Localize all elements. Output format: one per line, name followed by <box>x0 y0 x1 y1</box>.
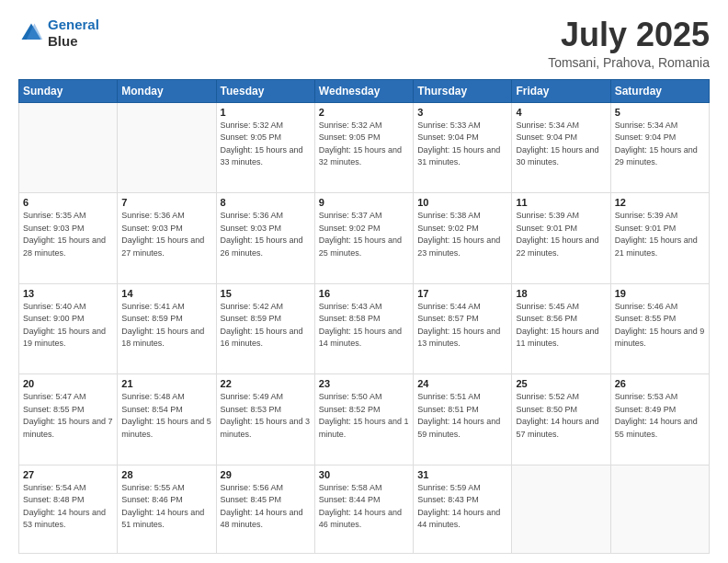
table-row <box>118 102 216 193</box>
day-detail: Sunrise: 5:33 AMSunset: 9:04 PMDaylight:… <box>417 121 500 167</box>
table-row: 13 Sunrise: 5:40 AMSunset: 9:00 PMDaylig… <box>19 283 118 374</box>
logo-blue: Blue <box>48 33 78 49</box>
day-number: 2 <box>319 107 409 118</box>
day-detail: Sunrise: 5:59 AMSunset: 8:43 PMDaylight:… <box>417 483 500 530</box>
day-detail: Sunrise: 5:39 AMSunset: 9:01 PMDaylight:… <box>516 211 598 258</box>
calendar-header-row: Sunday Monday Tuesday Wednesday Thursday… <box>19 79 710 102</box>
calendar-week-row: 6 Sunrise: 5:35 AMSunset: 9:03 PMDayligh… <box>19 193 710 284</box>
day-number: 15 <box>221 288 311 299</box>
col-monday: Monday <box>118 79 216 102</box>
day-detail: Sunrise: 5:58 AMSunset: 8:44 PMDaylight:… <box>319 483 402 530</box>
logo-text: General Blue <box>48 17 99 50</box>
day-detail: Sunrise: 5:47 AMSunset: 8:55 PMDaylight:… <box>23 392 113 439</box>
day-number: 31 <box>417 469 507 480</box>
title-block: July 2025 Tomsani, Prahova, Romania <box>548 17 710 70</box>
day-detail: Sunrise: 5:50 AMSunset: 8:52 PMDaylight:… <box>319 392 409 439</box>
day-detail: Sunrise: 5:55 AMSunset: 8:46 PMDaylight:… <box>121 483 204 530</box>
day-detail: Sunrise: 5:41 AMSunset: 8:59 PMDaylight:… <box>121 302 204 349</box>
day-detail: Sunrise: 5:36 AMSunset: 9:03 PMDaylight:… <box>221 211 303 258</box>
calendar-week-row: 20 Sunrise: 5:47 AMSunset: 8:55 PMDaylig… <box>19 374 710 465</box>
table-row: 29 Sunrise: 5:56 AMSunset: 8:45 PMDaylig… <box>216 465 314 553</box>
header: General Blue July 2025 Tomsani, Prahova,… <box>18 17 710 70</box>
table-row: 21 Sunrise: 5:48 AMSunset: 8:54 PMDaylig… <box>118 374 216 465</box>
day-number: 28 <box>121 469 211 480</box>
table-row: 15 Sunrise: 5:42 AMSunset: 8:59 PMDaylig… <box>216 283 314 374</box>
day-number: 20 <box>23 378 113 389</box>
table-row: 16 Sunrise: 5:43 AMSunset: 8:58 PMDaylig… <box>314 283 413 374</box>
day-detail: Sunrise: 5:40 AMSunset: 9:00 PMDaylight:… <box>23 302 106 349</box>
table-row: 28 Sunrise: 5:55 AMSunset: 8:46 PMDaylig… <box>118 465 216 553</box>
day-number: 23 <box>319 378 409 389</box>
day-detail: Sunrise: 5:48 AMSunset: 8:54 PMDaylight:… <box>121 392 211 439</box>
day-detail: Sunrise: 5:53 AMSunset: 8:49 PMDaylight:… <box>615 392 698 439</box>
table-row: 3 Sunrise: 5:33 AMSunset: 9:04 PMDayligh… <box>414 102 512 193</box>
table-row: 19 Sunrise: 5:46 AMSunset: 8:55 PMDaylig… <box>610 283 709 374</box>
day-number: 5 <box>615 107 705 118</box>
day-detail: Sunrise: 5:34 AMSunset: 9:04 PMDaylight:… <box>615 121 698 167</box>
day-number: 14 <box>121 288 211 299</box>
day-detail: Sunrise: 5:52 AMSunset: 8:50 PMDaylight:… <box>516 392 598 439</box>
day-number: 9 <box>319 197 409 208</box>
table-row: 5 Sunrise: 5:34 AMSunset: 9:04 PMDayligh… <box>610 102 709 193</box>
logo-general: General <box>48 17 99 32</box>
calendar-week-row: 27 Sunrise: 5:54 AMSunset: 8:48 PMDaylig… <box>19 465 710 553</box>
day-number: 10 <box>417 197 507 208</box>
day-detail: Sunrise: 5:43 AMSunset: 8:58 PMDaylight:… <box>319 302 402 349</box>
day-detail: Sunrise: 5:37 AMSunset: 9:02 PMDaylight:… <box>319 211 402 258</box>
table-row: 25 Sunrise: 5:52 AMSunset: 8:50 PMDaylig… <box>512 374 610 465</box>
day-number: 30 <box>319 469 409 480</box>
day-number: 26 <box>615 378 705 389</box>
location: Tomsani, Prahova, Romania <box>548 55 710 70</box>
day-detail: Sunrise: 5:46 AMSunset: 8:55 PMDaylight:… <box>615 302 705 349</box>
calendar-week-row: 1 Sunrise: 5:32 AMSunset: 9:05 PMDayligh… <box>19 102 710 193</box>
day-number: 29 <box>221 469 311 480</box>
day-number: 6 <box>23 197 113 208</box>
day-detail: Sunrise: 5:54 AMSunset: 8:48 PMDaylight:… <box>23 483 106 530</box>
col-saturday: Saturday <box>610 79 709 102</box>
table-row: 11 Sunrise: 5:39 AMSunset: 9:01 PMDaylig… <box>512 193 610 284</box>
day-number: 19 <box>615 288 705 299</box>
day-detail: Sunrise: 5:32 AMSunset: 9:05 PMDaylight:… <box>319 121 402 167</box>
day-detail: Sunrise: 5:35 AMSunset: 9:03 PMDaylight:… <box>23 211 106 258</box>
day-detail: Sunrise: 5:42 AMSunset: 8:59 PMDaylight:… <box>221 302 303 349</box>
table-row: 24 Sunrise: 5:51 AMSunset: 8:51 PMDaylig… <box>414 374 512 465</box>
table-row <box>610 465 709 553</box>
logo-icon <box>18 20 44 46</box>
col-thursday: Thursday <box>414 79 512 102</box>
day-detail: Sunrise: 5:49 AMSunset: 8:53 PMDaylight:… <box>221 392 311 439</box>
table-row: 31 Sunrise: 5:59 AMSunset: 8:43 PMDaylig… <box>414 465 512 553</box>
table-row: 7 Sunrise: 5:36 AMSunset: 9:03 PMDayligh… <box>118 193 216 284</box>
day-number: 8 <box>221 197 311 208</box>
day-number: 1 <box>221 107 311 118</box>
table-row: 23 Sunrise: 5:50 AMSunset: 8:52 PMDaylig… <box>314 374 413 465</box>
day-number: 18 <box>516 288 606 299</box>
day-number: 16 <box>319 288 409 299</box>
table-row: 9 Sunrise: 5:37 AMSunset: 9:02 PMDayligh… <box>314 193 413 284</box>
table-row: 20 Sunrise: 5:47 AMSunset: 8:55 PMDaylig… <box>19 374 118 465</box>
table-row: 4 Sunrise: 5:34 AMSunset: 9:04 PMDayligh… <box>512 102 610 193</box>
day-number: 12 <box>615 197 705 208</box>
table-row <box>19 102 118 193</box>
table-row: 10 Sunrise: 5:38 AMSunset: 9:02 PMDaylig… <box>414 193 512 284</box>
day-detail: Sunrise: 5:56 AMSunset: 8:45 PMDaylight:… <box>221 483 303 530</box>
table-row: 1 Sunrise: 5:32 AMSunset: 9:05 PMDayligh… <box>216 102 314 193</box>
day-detail: Sunrise: 5:39 AMSunset: 9:01 PMDaylight:… <box>615 211 698 258</box>
day-detail: Sunrise: 5:32 AMSunset: 9:05 PMDaylight:… <box>221 121 303 167</box>
table-row: 17 Sunrise: 5:44 AMSunset: 8:57 PMDaylig… <box>414 283 512 374</box>
day-number: 27 <box>23 469 113 480</box>
day-number: 17 <box>417 288 507 299</box>
table-row: 30 Sunrise: 5:58 AMSunset: 8:44 PMDaylig… <box>314 465 413 553</box>
col-wednesday: Wednesday <box>314 79 413 102</box>
day-number: 22 <box>221 378 311 389</box>
page: General Blue July 2025 Tomsani, Prahova,… <box>0 0 728 563</box>
day-number: 25 <box>516 378 606 389</box>
day-detail: Sunrise: 5:38 AMSunset: 9:02 PMDaylight:… <box>417 211 500 258</box>
table-row: 18 Sunrise: 5:45 AMSunset: 8:56 PMDaylig… <box>512 283 610 374</box>
day-detail: Sunrise: 5:36 AMSunset: 9:03 PMDaylight:… <box>121 211 204 258</box>
table-row: 2 Sunrise: 5:32 AMSunset: 9:05 PMDayligh… <box>314 102 413 193</box>
day-number: 7 <box>121 197 211 208</box>
col-tuesday: Tuesday <box>216 79 314 102</box>
day-number: 21 <box>121 378 211 389</box>
day-detail: Sunrise: 5:51 AMSunset: 8:51 PMDaylight:… <box>417 392 500 439</box>
day-detail: Sunrise: 5:44 AMSunset: 8:57 PMDaylight:… <box>417 302 500 349</box>
